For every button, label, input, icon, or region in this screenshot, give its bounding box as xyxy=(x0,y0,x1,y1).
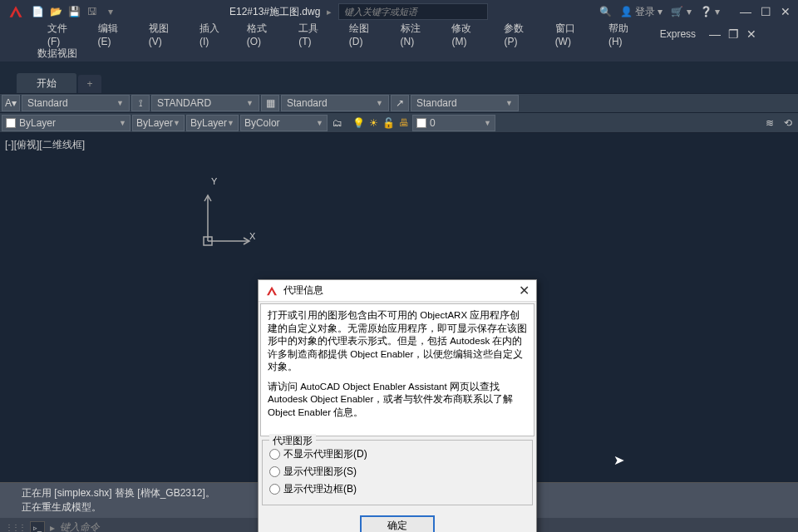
radio-show-bbox[interactable]: 显示代理边框(B) xyxy=(269,480,525,498)
tab-add-button[interactable]: + xyxy=(78,75,101,93)
save-icon[interactable]: 💾 xyxy=(66,4,81,19)
menu-insert[interactable]: 插入(I) xyxy=(190,18,237,51)
app-logo xyxy=(3,0,28,23)
dialog-close-button[interactable]: ✕ xyxy=(519,283,530,298)
mleaderstyle-combo[interactable]: Standard▼ xyxy=(411,95,519,111)
menu-view[interactable]: 视图(V) xyxy=(139,18,190,51)
help-icon[interactable]: ❔ ▾ xyxy=(700,6,720,17)
radio-show-graphics[interactable]: 显示代理图形(S) xyxy=(269,463,525,480)
textstyle-icon[interactable]: A▾ xyxy=(2,95,20,111)
layer-prev-icon[interactable]: ⟲ xyxy=(780,115,796,131)
menu-dimension[interactable]: 标注(N) xyxy=(391,18,442,51)
plotstyle-combo[interactable]: ByColor▼ xyxy=(240,115,328,131)
linetype-combo[interactable]: ByLayer▼ xyxy=(132,115,185,131)
menu-help[interactable]: 帮助(H) xyxy=(598,18,650,51)
view-label[interactable]: [-][俯视][二维线框] xyxy=(5,138,85,152)
layer-lock-icon[interactable]: 🔓 xyxy=(382,116,396,130)
dialog-title: 代理信息 xyxy=(283,283,323,298)
tablestyle-combo[interactable]: Standard▼ xyxy=(281,95,389,111)
open-icon[interactable]: 📂 xyxy=(48,4,63,19)
menu-tools[interactable]: 工具(T) xyxy=(288,18,339,51)
search-icon[interactable]: 🔍 xyxy=(599,6,612,17)
layer-toolbar: ByLayer▼ ByLayer▼ ByLayer▼ ByColor▼ 🗂 💡 … xyxy=(0,113,798,133)
menu-edit[interactable]: 编辑(E) xyxy=(88,18,139,51)
menu-modify[interactable]: 修改(M) xyxy=(441,18,494,51)
menu-draw[interactable]: 绘图(D) xyxy=(339,18,391,51)
ucs-icon: Y X xyxy=(200,191,258,252)
radio-no-display[interactable]: 不显示代理图形(D) xyxy=(269,446,525,463)
mleaderstyle-icon[interactable]: ↗ xyxy=(391,95,409,111)
minimize-button[interactable]: — xyxy=(736,4,755,19)
textstyle-combo[interactable]: Standard▼ xyxy=(22,95,130,111)
dimstyle-combo[interactable]: STANDARD▼ xyxy=(151,95,259,111)
tablestyle-icon[interactable]: ▦ xyxy=(261,95,279,111)
ok-button[interactable]: 确定 xyxy=(360,515,435,532)
dimstyle-icon[interactable]: ⟟ xyxy=(131,95,150,111)
menu-express[interactable]: Express xyxy=(650,25,706,43)
layer-plot-icon[interactable]: 🖶 xyxy=(397,116,411,130)
qat-dropdown-icon[interactable]: ▾ xyxy=(103,4,118,19)
menu-parametric[interactable]: 参数(P) xyxy=(494,18,544,51)
dialog-titlebar[interactable]: 代理信息 ✕ xyxy=(259,280,536,302)
proxy-graphics-group: 代理图形 不显示代理图形(D) 显示代理图形(S) 显示代理边框(B) xyxy=(262,440,533,505)
dialog-message[interactable]: 打开或引用的图形包含由不可用的 ObjectARX 应用程序创建的自定义对象。无… xyxy=(260,303,534,436)
dialog-logo-icon xyxy=(265,284,278,298)
doc-restore-button[interactable]: ❐ xyxy=(724,27,742,42)
login-button[interactable]: 👤 登录 ▾ xyxy=(620,5,663,19)
doc-close-button[interactable]: ✕ xyxy=(742,27,761,42)
proxy-info-dialog: 代理信息 ✕ 打开或引用的图形包含由不可用的 ObjectARX 应用程序创建的… xyxy=(258,279,537,532)
layer-manager-icon[interactable]: 🗂 xyxy=(329,115,346,131)
quick-access-toolbar: 📄 📂 💾 🖫 ▾ xyxy=(30,4,118,19)
layer-color-combo[interactable]: ByLayer▼ xyxy=(2,115,131,131)
file-tabbar: 开始 + xyxy=(0,71,798,93)
tab-start[interactable]: 开始 xyxy=(17,73,76,93)
maximize-button[interactable]: ☐ xyxy=(756,4,775,19)
layer-match-icon[interactable]: ≋ xyxy=(761,115,778,131)
layer0-combo[interactable]: 0▼ xyxy=(412,115,495,131)
titlebar-right: 🔍 👤 登录 ▾ 🛒 ▾ ❔ ▾ — ☐ ✕ xyxy=(599,4,795,19)
close-button[interactable]: ✕ xyxy=(776,4,795,19)
menu-format[interactable]: 格式(O) xyxy=(237,18,288,51)
cursor-icon: ➤ xyxy=(613,452,624,468)
new-icon[interactable]: 📄 xyxy=(30,4,45,19)
saveas-icon[interactable]: 🖫 xyxy=(85,4,100,19)
layer-freeze-icon[interactable]: ☀ xyxy=(367,116,381,130)
share-icon[interactable]: ▸ xyxy=(327,7,332,17)
layer-on-icon[interactable]: 💡 xyxy=(352,116,366,130)
style-toolbar: A▾ Standard▼ ⟟ STANDARD▼ ▦ Standard▼ ↗ S… xyxy=(0,93,798,113)
menu-window[interactable]: 窗口(W) xyxy=(545,18,598,51)
document-title: E12#13#施工图.dwg xyxy=(229,5,320,19)
drawing-canvas[interactable]: [-][俯视][二维线框] Y X ➤ 代理信息 ✕ 打开或引用的图形包含由不可… xyxy=(0,133,798,482)
grip-icon[interactable]: ⋮⋮⋮ xyxy=(5,523,25,532)
lineweight-combo[interactable]: ByLayer▼ xyxy=(186,115,239,131)
filler xyxy=(0,62,798,71)
command-prompt-icon[interactable]: ▹_ xyxy=(30,521,45,532)
doc-minimize-button[interactable]: — xyxy=(706,27,724,42)
command-chevron-icon: ▸ xyxy=(50,522,55,532)
cart-icon[interactable]: 🛒 ▾ xyxy=(671,6,691,17)
menubar: 文件(F) 编辑(E) 视图(V) 插入(I) 格式(O) 工具(T) 绘图(D… xyxy=(0,23,798,45)
